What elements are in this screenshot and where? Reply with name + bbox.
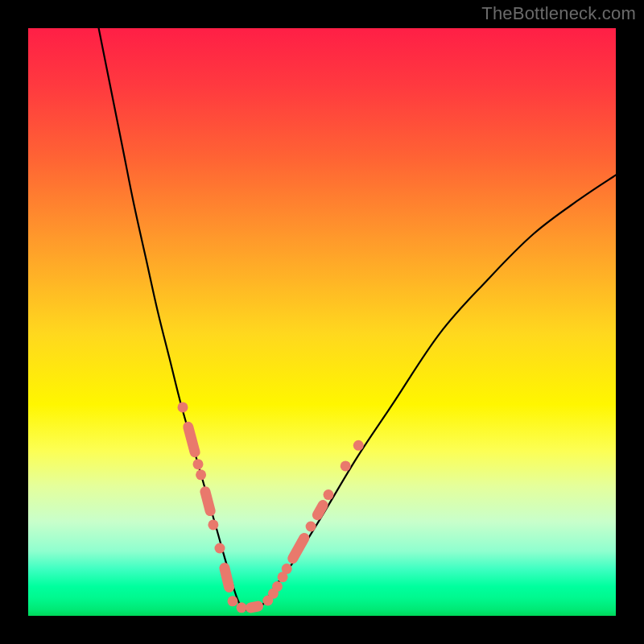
curve-dot: [178, 402, 188, 412]
curve-dot: [353, 440, 364, 451]
curve-dot: [228, 596, 238, 606]
bottleneck-curve: [99, 28, 616, 610]
curve-dot: [282, 564, 292, 574]
curve-dot: [306, 522, 316, 532]
curve-segment: [245, 600, 264, 613]
curve-segment: [199, 485, 217, 518]
curve-dot: [237, 602, 247, 613]
curve-dot: [196, 469, 206, 480]
chart-frame: TheBottleneck.com: [0, 0, 644, 644]
curve-segment: [311, 498, 330, 522]
curve-dot: [272, 581, 283, 592]
curve-segment: [286, 531, 312, 566]
curve-segment: [218, 562, 235, 593]
plot-area: [28, 28, 616, 616]
curve-dot: [193, 459, 204, 469]
curve-dot: [341, 460, 351, 471]
curve-dot: [215, 543, 225, 554]
curve-markers: [178, 402, 364, 613]
curve-dot: [324, 489, 334, 500]
curve-segment: [182, 420, 201, 458]
chart-svg: [28, 28, 616, 616]
curve-dot: [208, 519, 218, 530]
watermark-text: TheBottleneck.com: [481, 3, 636, 24]
